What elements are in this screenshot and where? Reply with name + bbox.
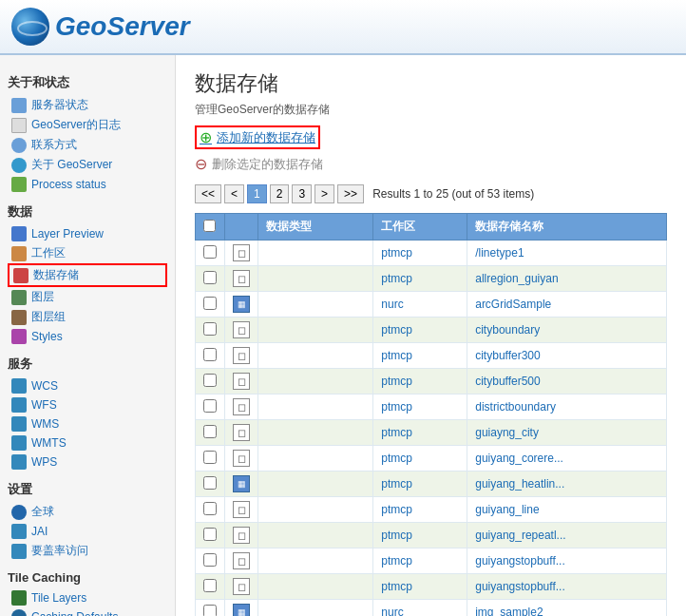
row-checkbox[interactable] [203,579,217,592]
sidebar-item-wmts[interactable]: WMTS [8,433,167,452]
row-checkbox[interactable] [203,605,217,617]
row-checkbox[interactable] [203,297,217,310]
page-last-btn[interactable]: >> [337,184,364,203]
manage-text: 管理GeoServer的数据存储 [195,102,667,118]
row-type [258,600,373,617]
row-checkbox[interactable] [203,322,217,336]
remove-datastore-link[interactable]: ⊖ 删除选定的数据存储 [195,155,667,173]
sidebar-item-wcs[interactable]: WCS [8,376,167,395]
sidebar-item-process[interactable]: Process status [8,175,167,194]
row-workspace[interactable]: ptmcp [373,395,467,420]
row-checkbox[interactable] [203,348,217,361]
table-row: ◻ptmcpguiyang_line [196,497,667,523]
row-type [258,420,373,446]
page-next-btn[interactable]: > [314,184,334,203]
page-1-btn[interactable]: 1 [247,184,267,203]
row-checkbox[interactable] [203,502,217,515]
vector-icon: ◻ [233,347,250,364]
row-datastore-name[interactable]: districtboundary [467,395,667,420]
sidebar-item-tile-layers[interactable]: Tile Layers [8,588,167,607]
table-row: ◻ptmcpallregion_guiyan [196,266,667,292]
sidebar-item-wfs[interactable]: WFS [8,395,167,414]
select-all-checkbox[interactable] [203,220,216,232]
page-title: 数据存储 [195,69,667,98]
sidebar-item-styles[interactable]: Styles [8,327,167,346]
row-workspace[interactable]: nurc [373,292,467,318]
sidebar-item-global[interactable]: 全球 [8,502,167,522]
row-type [258,318,373,343]
row-checkbox[interactable] [203,399,217,413]
row-workspace[interactable]: ptmcp [373,574,467,600]
result-count: Results 1 to 25 (out of 53 items) [372,187,534,201]
row-checkbox[interactable] [203,245,217,259]
sidebar-item-server-status[interactable]: 服务器状态 [8,95,167,115]
main-content: 数据存储 管理GeoServer的数据存储 ⊕ 添加新的数据存储 ⊖ 删除选定的… [176,55,686,616]
sidebar-item-caching-defaults[interactable]: Caching Defaults [8,607,167,616]
sidebar-item-coverage[interactable]: 要盖率访问 [8,541,167,561]
sidebar-item-layer-preview[interactable]: Layer Preview [8,224,167,243]
row-datastore-name[interactable]: guiyangstopbuff... [467,574,667,600]
vector-icon: ◻ [233,578,250,595]
row-datastore-name[interactable]: allregion_guiyan [467,266,667,292]
row-workspace[interactable]: ptmcp [373,446,467,472]
jai-icon [11,524,27,539]
page-2-btn[interactable]: 2 [270,184,290,203]
row-checkbox[interactable] [203,528,217,541]
row-datastore-name[interactable]: cityboundary [467,318,667,343]
info-icon [11,158,27,173]
row-datastore-name[interactable]: img_sample2 [467,600,667,617]
row-datastore-name[interactable]: guiyang_repeatl... [467,523,667,549]
row-datastore-name[interactable]: citybuffer300 [467,343,667,369]
sidebar-item-layers[interactable]: 图层 [8,287,167,307]
col-header-check [196,214,225,241]
add-datastore-link[interactable]: ⊕ 添加新的数据存储 [195,125,320,149]
row-workspace[interactable]: ptmcp [373,241,467,266]
row-workspace[interactable]: ptmcp [373,420,467,446]
row-workspace[interactable]: ptmcp [373,318,467,343]
sidebar-item-wms[interactable]: WMS [8,414,167,433]
row-workspace[interactable]: ptmcp [373,549,467,574]
pagination: << < 1 2 3 > >> Results 1 to 25 (out of … [195,184,667,203]
styles-icon [11,329,27,344]
row-datastore-name[interactable]: /linetype1 [467,241,667,266]
row-datastore-name[interactable]: arcGridSample [467,292,667,318]
sidebar-item-jai[interactable]: JAI [8,522,167,541]
sidebar-item-about[interactable]: 关于 GeoServer [8,155,167,175]
row-checkbox[interactable] [203,271,217,284]
row-checkbox[interactable] [203,425,217,438]
row-datastore-name[interactable]: guiyang_corere... [467,446,667,472]
add-icon: ⊕ [200,128,212,146]
doc-icon [11,118,27,133]
row-workspace[interactable]: ptmcp [373,472,467,497]
sidebar-item-datastores[interactable]: 数据存储 [8,263,167,287]
vector-icon: ◻ [233,424,250,441]
row-checkbox[interactable] [203,476,217,490]
row-workspace[interactable]: ptmcp [373,369,467,395]
row-workspace[interactable]: ptmcp [373,497,467,523]
row-workspace[interactable]: ptmcp [373,266,467,292]
row-checkbox[interactable] [203,374,217,387]
page-3-btn[interactable]: 3 [292,184,312,203]
row-datastore-name[interactable]: citybuffer500 [467,369,667,395]
row-datastore-name[interactable]: guiyangstopbuff... [467,549,667,574]
table-row: ◻ptmcpcitybuffer300 [196,343,667,369]
vector-icon: ◻ [233,450,250,467]
sidebar-item-wps[interactable]: WPS [8,452,167,472]
sidebar-item-workspaces[interactable]: 工作区 [8,243,167,263]
sidebar-item-contact[interactable]: 联系方式 [8,135,167,155]
page-prev-btn[interactable]: < [224,184,244,203]
row-datastore-name[interactable]: guiyang_heatlin... [467,472,667,497]
row-workspace[interactable]: ptmcp [373,523,467,549]
page-first-btn[interactable]: << [195,184,221,203]
vector-icon: ◻ [233,527,250,544]
row-datastore-name[interactable]: guiyang_line [467,497,667,523]
row-workspace[interactable]: ptmcp [373,343,467,369]
row-datastore-name[interactable]: guiayng_city [467,420,667,446]
row-checkbox[interactable] [203,451,217,464]
sidebar-item-layergroups[interactable]: 图层组 [8,307,167,327]
row-workspace[interactable]: nurc [373,600,467,617]
row-checkbox[interactable] [203,553,217,567]
sidebar-item-log[interactable]: GeoServer的日志 [8,115,167,135]
row-type [258,446,373,472]
link-icon [11,138,27,153]
